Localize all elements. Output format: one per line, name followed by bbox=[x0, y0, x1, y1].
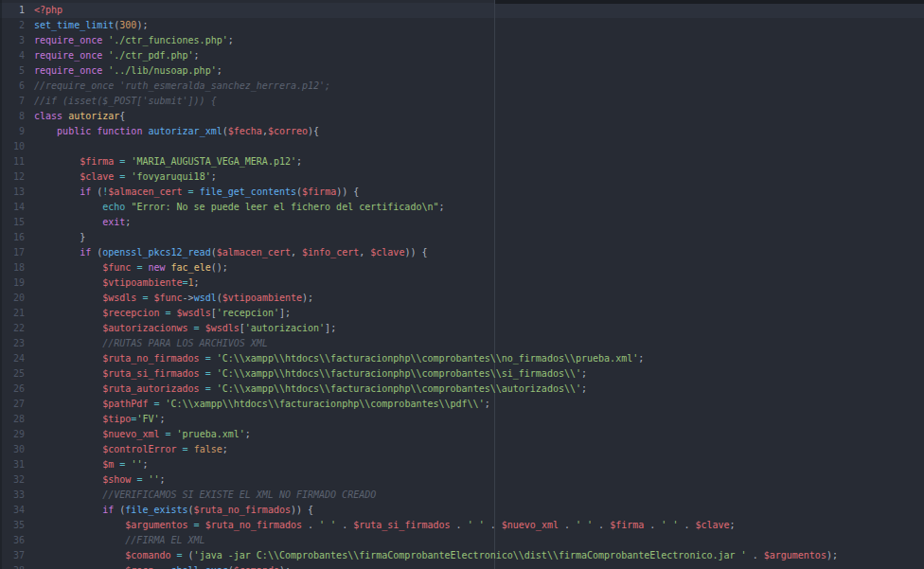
token: $tipo bbox=[102, 414, 131, 424]
line-number[interactable]: 12 bbox=[0, 169, 25, 185]
line-number[interactable]: 23 bbox=[0, 336, 25, 351]
code-line-2[interactable]: 2set_time_limit(300); bbox=[0, 18, 924, 33]
line-number[interactable]: 1 bbox=[0, 3, 25, 18]
token: require_once bbox=[34, 35, 102, 45]
code-line-4[interactable]: 4require_once './ctr_pdf.php'; bbox=[0, 48, 924, 63]
code-text: $wsdls = $func->wsdl($vtipoambiente); bbox=[25, 291, 313, 306]
token: $firma bbox=[80, 156, 114, 167]
line-number[interactable]: 36 bbox=[0, 533, 25, 548]
code-line-35[interactable]: 35 $argumentos = $ruta_no_firmados . ' '… bbox=[0, 518, 924, 533]
code-line-16[interactable]: 16 } bbox=[0, 230, 924, 245]
token bbox=[34, 550, 125, 560]
line-number[interactable]: 18 bbox=[0, 260, 25, 276]
line-number[interactable]: 28 bbox=[0, 412, 25, 427]
code-line-26[interactable]: 26 $ruta_autorizados = 'C:\\xampp\\htdoc… bbox=[0, 382, 924, 397]
code-line-30[interactable]: 30 $controlError = false; bbox=[0, 442, 924, 457]
code-line-23[interactable]: 23 //RUTAS PARA LOS ARCHIVOS XML bbox=[0, 336, 924, 351]
line-number[interactable]: 29 bbox=[0, 427, 25, 442]
code-line-27[interactable]: 27 $pathPdf = 'C:\\xampp\\htdocs\\factur… bbox=[0, 397, 924, 412]
line-number[interactable]: 5 bbox=[0, 63, 25, 79]
token: , bbox=[291, 247, 302, 258]
line-number[interactable]: 27 bbox=[0, 397, 25, 412]
line-number[interactable]: 14 bbox=[0, 200, 25, 215]
line-number[interactable]: 25 bbox=[0, 366, 25, 382]
code-line-22[interactable]: 22 $autorizacionws = $wsdls['autorizacio… bbox=[0, 321, 924, 336]
token: ; bbox=[217, 65, 222, 76]
line-number[interactable]: 16 bbox=[0, 230, 25, 245]
token: -> bbox=[183, 293, 194, 303]
line-number[interactable]: 33 bbox=[0, 488, 25, 503]
code-line-29[interactable]: 29 $nuevo_xml = 'prueba.xml'; bbox=[0, 427, 924, 442]
line-number[interactable]: 8 bbox=[0, 109, 25, 124]
line-number[interactable]: 7 bbox=[0, 94, 25, 109]
code-line-31[interactable]: 31 $m = ''; bbox=[0, 457, 924, 472]
token: file_exists bbox=[125, 505, 187, 515]
line-number[interactable]: 24 bbox=[0, 351, 25, 366]
code-line-32[interactable]: 32 $show = ''; bbox=[0, 472, 924, 488]
code-line-38[interactable]: 38 $resp = shell_exec($comando); bbox=[0, 563, 924, 569]
code-line-13[interactable]: 13 if (!$almacen_cert = file_get_content… bbox=[0, 185, 924, 200]
code-line-6[interactable]: 6//require_once 'ruth_esmeralda_sanchez_… bbox=[0, 79, 924, 94]
code-line-1[interactable]: 1<?php bbox=[0, 3, 924, 18]
token bbox=[34, 535, 125, 545]
token: echo bbox=[102, 202, 125, 212]
line-number[interactable]: 37 bbox=[0, 548, 25, 563]
code-line-20[interactable]: 20 $wsdls = $func->wsdl($vtipoambiente); bbox=[0, 291, 924, 306]
token bbox=[34, 489, 102, 500]
code-line-7[interactable]: 7//if (isset($_POST['submit'])) { bbox=[0, 94, 924, 109]
token: 'autorizacion' bbox=[245, 323, 325, 333]
code-line-37[interactable]: 37 $comando = ('java -jar C:\\Comprobant… bbox=[0, 548, 924, 563]
code-line-34[interactable]: 34 if (file_exists($ruta_no_firmados)) { bbox=[0, 503, 924, 518]
code-line-5[interactable]: 5require_once '../lib/nusoap.php'; bbox=[0, 63, 924, 79]
code-line-8[interactable]: 8class autorizar{ bbox=[0, 109, 924, 124]
token: $ruta_si_firmados bbox=[353, 520, 450, 530]
line-number[interactable]: 21 bbox=[0, 306, 25, 321]
code-line-10[interactable]: 10 bbox=[0, 139, 924, 154]
code-line-18[interactable]: 18 $func = new fac_ele(); bbox=[0, 260, 924, 276]
code-line-19[interactable]: 19 $vtipoambiente=1; bbox=[0, 276, 924, 291]
line-number[interactable]: 3 bbox=[0, 33, 25, 48]
line-number[interactable]: 17 bbox=[0, 245, 25, 260]
line-number[interactable]: 38 bbox=[0, 563, 25, 569]
code-text: $ruta_no_firmados = 'C:\\xampp\\htdocs\\… bbox=[25, 351, 644, 366]
line-number[interactable]: 9 bbox=[0, 124, 25, 139]
token bbox=[34, 277, 102, 288]
line-number[interactable]: 34 bbox=[0, 503, 25, 518]
code-line-11[interactable]: 11 $firma = 'MARIA_AUGUSTA_VEGA_MERA.p12… bbox=[0, 154, 924, 169]
line-number[interactable]: 6 bbox=[0, 79, 25, 94]
line-number[interactable]: 26 bbox=[0, 382, 25, 397]
token: $func bbox=[102, 262, 131, 273]
line-number[interactable]: 11 bbox=[0, 154, 25, 169]
token: ; bbox=[485, 399, 490, 409]
line-number[interactable]: 20 bbox=[0, 291, 25, 306]
line-number[interactable]: 2 bbox=[0, 18, 25, 33]
code-editor[interactable]: 1<?php2set_time_limit(300);3require_once… bbox=[0, 0, 924, 569]
code-line-3[interactable]: 3require_once './ctr_funciones.php'; bbox=[0, 33, 924, 48]
code-line-36[interactable]: 36 //FIRMA EL XML bbox=[0, 533, 924, 548]
line-number[interactable]: 32 bbox=[0, 472, 25, 488]
line-number[interactable]: 4 bbox=[0, 48, 25, 63]
code-line-9[interactable]: 9 public function autorizar_xml($fecha,$… bbox=[0, 124, 924, 139]
line-number[interactable]: 22 bbox=[0, 321, 25, 336]
code-line-15[interactable]: 15 exit; bbox=[0, 215, 924, 230]
code-line-21[interactable]: 21 $recepcion = $wsdls['recepcion']; bbox=[0, 306, 924, 321]
code-line-33[interactable]: 33 //VERIFICAMOS SI EXISTE EL XML NO FIR… bbox=[0, 488, 924, 503]
code-line-24[interactable]: 24 $ruta_no_firmados = 'C:\\xampp\\htdoc… bbox=[0, 351, 924, 366]
code-line-25[interactable]: 25 $ruta_si_firmados = 'C:\\xampp\\htdoc… bbox=[0, 366, 924, 382]
line-number[interactable]: 31 bbox=[0, 457, 25, 472]
line-number[interactable]: 10 bbox=[0, 139, 25, 154]
token: 'FV' bbox=[136, 414, 159, 424]
line-number[interactable]: 15 bbox=[0, 215, 25, 230]
code-line-12[interactable]: 12 $clave = 'fovyaruqui18'; bbox=[0, 169, 924, 185]
code-text: //if (isset($_POST['submit'])) { bbox=[25, 94, 217, 109]
code-line-28[interactable]: 28 $tipo='FV'; bbox=[0, 412, 924, 427]
line-number[interactable]: 35 bbox=[0, 518, 25, 533]
code-lines-container[interactable]: 1<?php2set_time_limit(300);3require_once… bbox=[0, 3, 924, 569]
line-number[interactable]: 13 bbox=[0, 185, 25, 200]
line-number[interactable]: 30 bbox=[0, 442, 25, 457]
token: //FIRMA EL XML bbox=[125, 535, 204, 545]
code-line-17[interactable]: 17 if (openssl_pkcs12_read($almacen_cert… bbox=[0, 245, 924, 260]
line-number[interactable]: 19 bbox=[0, 276, 25, 291]
token: ; bbox=[194, 50, 200, 61]
code-line-14[interactable]: 14 echo "Error: No se puede leer el fich… bbox=[0, 200, 924, 215]
